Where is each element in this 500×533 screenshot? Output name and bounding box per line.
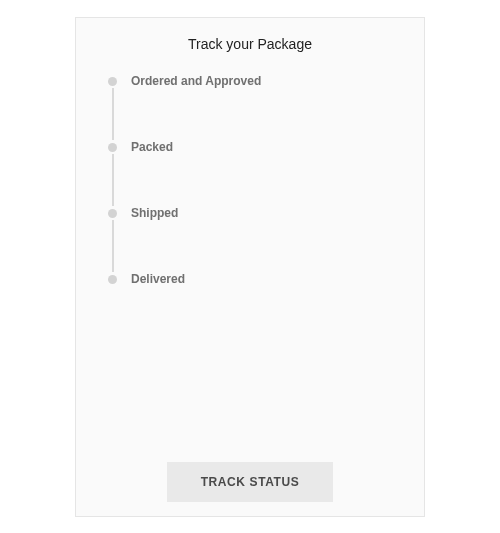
track-status-button[interactable]: TRACK STATUS (167, 462, 334, 502)
step-label: Packed (131, 140, 173, 154)
step-dot-icon (108, 143, 117, 152)
page-title: Track your Package (76, 18, 424, 62)
step-dot-icon (108, 209, 117, 218)
step-dot-icon (108, 77, 117, 86)
step-connector-icon (112, 88, 114, 140)
step-label: Shipped (131, 206, 178, 220)
timeline-step: Packed (108, 140, 424, 154)
package-tracking-panel: Track your Package Ordered and Approved … (75, 17, 425, 517)
timeline-step: Delivered (108, 272, 424, 286)
step-connector-icon (112, 220, 114, 272)
step-dot-icon (108, 275, 117, 284)
timeline-step: Ordered and Approved (108, 74, 424, 88)
step-label: Delivered (131, 272, 185, 286)
tracking-timeline: Ordered and Approved Packed Shipped (76, 62, 424, 286)
step-label: Ordered and Approved (131, 74, 261, 88)
step-connector-icon (112, 154, 114, 206)
timeline-step: Shipped (108, 206, 424, 220)
